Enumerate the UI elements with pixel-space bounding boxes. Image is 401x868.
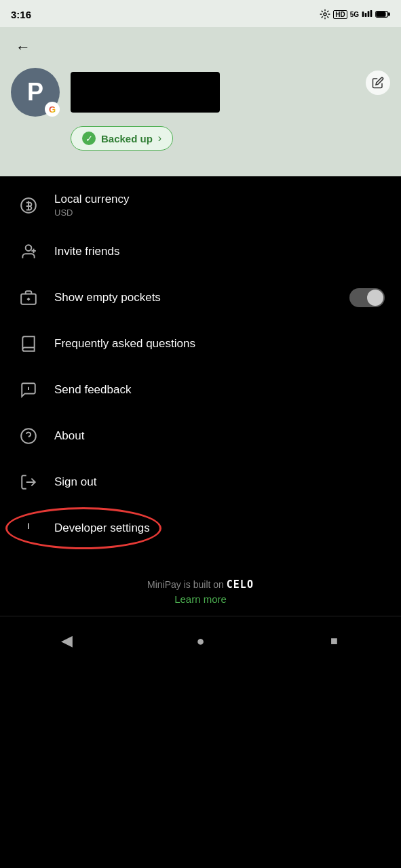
backed-up-label: Backed up bbox=[101, 133, 153, 144]
menu-item-send-feedback[interactable]: Send feedback bbox=[0, 367, 401, 413]
menu-item-faq[interactable]: Frequently asked questions bbox=[0, 321, 401, 367]
book-icon bbox=[16, 332, 41, 356]
hd-badge: HD bbox=[333, 10, 347, 19]
svg-rect-7 bbox=[377, 12, 385, 17]
help-circle-icon bbox=[16, 424, 41, 448]
svg-rect-6 bbox=[388, 13, 389, 16]
svg-rect-4 bbox=[370, 10, 373, 17]
currency-icon bbox=[16, 193, 41, 218]
header-area: ← P G ✓ Backed up › bbox=[0, 27, 401, 176]
nav-recents-icon: ■ bbox=[330, 634, 338, 648]
nav-bar: ◀ ● ■ bbox=[0, 616, 401, 671]
developer-settings-label: Developer settings bbox=[54, 521, 385, 535]
name-section bbox=[71, 72, 355, 113]
learn-more-link[interactable]: Learn more bbox=[11, 593, 390, 605]
back-arrow-icon: ← bbox=[16, 39, 31, 56]
network-badge: 5G bbox=[350, 11, 359, 18]
local-currency-sublabel: USD bbox=[54, 208, 385, 218]
svg-rect-2 bbox=[365, 13, 367, 17]
profile-row: P G bbox=[11, 68, 390, 117]
status-icons: HD 5G bbox=[320, 9, 390, 20]
exclamation-icon bbox=[16, 516, 41, 540]
menu-item-show-empty-pockets[interactable]: Show empty pockets bbox=[0, 275, 401, 321]
svg-point-9 bbox=[26, 245, 32, 251]
feedback-icon bbox=[16, 378, 41, 402]
edit-button[interactable] bbox=[366, 71, 390, 95]
show-empty-pockets-toggle[interactable] bbox=[349, 288, 385, 307]
local-currency-label-group: Local currency USD bbox=[54, 193, 385, 218]
show-empty-pockets-label: Show empty pockets bbox=[54, 291, 349, 304]
invite-friends-label: Invite friends bbox=[54, 245, 385, 258]
svg-point-17 bbox=[21, 429, 36, 443]
chevron-right-icon: › bbox=[158, 132, 161, 144]
google-g-icon: G bbox=[49, 104, 56, 115]
local-currency-label: Local currency bbox=[54, 193, 385, 206]
nav-recents-button[interactable]: ■ bbox=[318, 625, 351, 657]
svg-rect-3 bbox=[368, 11, 370, 17]
toggle-thumb bbox=[367, 290, 383, 306]
menu-item-local-currency[interactable]: Local currency USD bbox=[0, 182, 401, 229]
nav-back-button[interactable]: ◀ bbox=[51, 625, 83, 657]
nav-home-button[interactable]: ● bbox=[185, 625, 217, 657]
svg-rect-1 bbox=[362, 12, 364, 17]
menu-item-invite-friends[interactable]: Invite friends bbox=[0, 229, 401, 275]
google-badge: G bbox=[45, 102, 60, 117]
status-time: 3:16 bbox=[11, 9, 31, 20]
footer-area: MiniPay is built on CELO Learn more bbox=[0, 557, 401, 616]
menu-section: Local currency USD Invite friends Show e… bbox=[0, 176, 401, 557]
celo-logo: CELO bbox=[227, 578, 254, 591]
sign-out-icon bbox=[16, 470, 41, 494]
svg-point-0 bbox=[324, 13, 326, 16]
nav-home-icon: ● bbox=[196, 633, 204, 649]
nav-back-icon: ◀ bbox=[61, 632, 73, 650]
menu-item-developer-settings[interactable]: Developer settings bbox=[0, 505, 401, 551]
menu-item-sign-out[interactable]: Sign out bbox=[0, 459, 401, 505]
status-bar: 3:16 HD 5G bbox=[0, 0, 401, 27]
briefcase-icon bbox=[16, 285, 41, 310]
backed-up-pill[interactable]: ✓ Backed up › bbox=[71, 126, 173, 151]
avatar-container: P G bbox=[11, 68, 60, 117]
name-redacted bbox=[71, 72, 220, 113]
back-button[interactable]: ← bbox=[11, 35, 35, 60]
send-feedback-label: Send feedback bbox=[54, 383, 385, 397]
sign-out-label: Sign out bbox=[54, 475, 385, 489]
footer-built-on: MiniPay is built on CELO bbox=[11, 578, 390, 591]
person-add-icon bbox=[16, 239, 41, 264]
faq-label: Frequently asked questions bbox=[54, 337, 385, 351]
check-circle-icon: ✓ bbox=[82, 132, 96, 145]
menu-item-about[interactable]: About bbox=[0, 413, 401, 459]
about-label: About bbox=[54, 429, 385, 443]
